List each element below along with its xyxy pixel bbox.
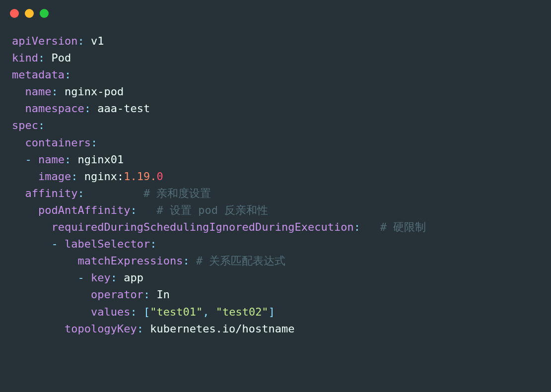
- dash-icon: -: [51, 238, 58, 250]
- colon: :: [354, 221, 360, 233]
- yaml-key: containers: [25, 136, 91, 149]
- colon: :: [65, 153, 71, 166]
- yaml-key: topologyKey: [65, 323, 137, 335]
- yaml-comment: # 硬限制: [380, 221, 426, 233]
- colon: :: [84, 102, 91, 115]
- colon: :: [38, 119, 45, 131]
- yaml-key: apiVersion: [12, 35, 77, 47]
- yaml-number: 0: [156, 170, 163, 183]
- colon: :: [143, 288, 150, 301]
- yaml-key: podAntAffinity: [38, 204, 130, 216]
- colon: :: [91, 136, 97, 149]
- yaml-key: affinity: [25, 187, 78, 199]
- yaml-value: Pod: [51, 52, 71, 64]
- yaml-value: aaa-test: [97, 102, 150, 115]
- yaml-value: kubernetes.io/hostname: [150, 323, 294, 335]
- code-editor[interactable]: apiVersion: v1 kind: Pod metadata: name:…: [0, 23, 551, 347]
- bracket-icon: ]: [269, 306, 275, 318]
- yaml-key: key: [91, 271, 111, 284]
- yaml-key: metadata: [12, 68, 65, 81]
- yaml-key: operator: [91, 288, 143, 301]
- yaml-key: labelSelector: [65, 238, 150, 250]
- bracket-icon: [: [143, 306, 150, 318]
- yaml-key: image: [38, 170, 71, 183]
- yaml-key: name: [38, 153, 65, 166]
- yaml-key: kind: [12, 52, 38, 64]
- yaml-value: nginx01: [77, 153, 124, 166]
- yaml-key: spec: [12, 119, 38, 131]
- yaml-value: app: [124, 271, 143, 284]
- yaml-key: requiredDuringSchedulingIgnoredDuringExe…: [51, 221, 353, 233]
- yaml-key: namespace: [25, 102, 84, 115]
- yaml-number: 1.19.: [124, 170, 156, 183]
- comma: ,: [203, 306, 209, 318]
- yaml-comment: # 关系匹配表达式: [196, 255, 286, 267]
- colon: :: [77, 35, 84, 47]
- colon: :: [65, 68, 71, 81]
- yaml-comment: # 亲和度设置: [143, 187, 211, 199]
- colon: :: [71, 170, 77, 183]
- yaml-key: matchExpressions: [77, 255, 183, 267]
- colon: :: [183, 255, 189, 267]
- colon: :: [77, 187, 84, 199]
- dash-icon: -: [77, 271, 84, 284]
- yaml-string: "test01": [150, 306, 203, 318]
- colon: :: [130, 306, 137, 318]
- yaml-value: nginx-pod: [65, 85, 124, 98]
- minimize-icon[interactable]: [25, 9, 34, 18]
- colon: :: [111, 271, 117, 284]
- yaml-string: "test02": [216, 306, 269, 318]
- dash-icon: -: [25, 153, 32, 166]
- yaml-value: In: [156, 288, 170, 301]
- yaml-key: values: [91, 306, 130, 318]
- yaml-value: nginx:: [84, 170, 124, 183]
- colon: :: [150, 238, 156, 250]
- terminal-window: apiVersion: v1 kind: Pod metadata: name:…: [0, 0, 551, 392]
- yaml-key: name: [25, 85, 52, 98]
- titlebar: [0, 0, 551, 23]
- yaml-value: v1: [91, 35, 104, 47]
- colon: :: [38, 52, 45, 64]
- maximize-icon[interactable]: [40, 9, 49, 18]
- colon: :: [130, 204, 137, 216]
- colon: :: [137, 323, 143, 335]
- yaml-comment: # 设置 pod 反亲和性: [156, 204, 268, 216]
- colon: :: [51, 85, 58, 98]
- close-icon[interactable]: [10, 9, 19, 18]
